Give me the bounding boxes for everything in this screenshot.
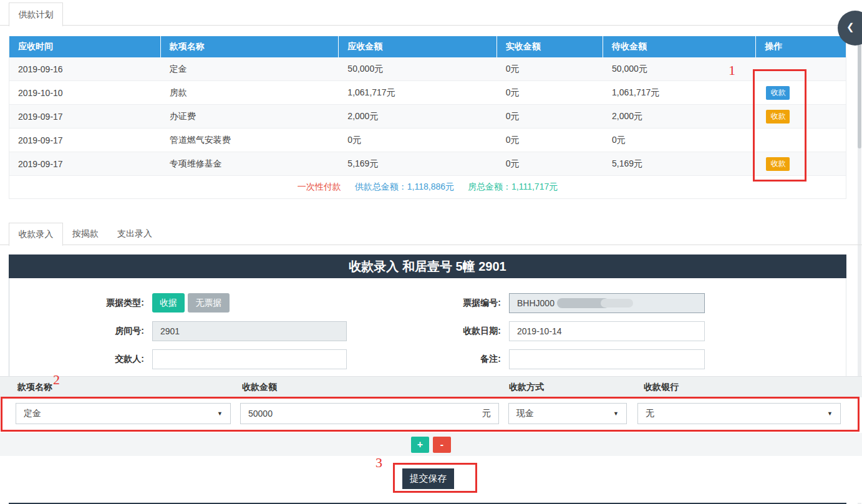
- items-table-row: 定金 ▼ 元 现金 ▼ 无 ▼: [0, 397, 862, 433]
- items-table-header: 款项名称 收款金额 收款方式 收款银行: [0, 376, 862, 397]
- cell-item-name: 办证费: [161, 111, 339, 122]
- cell-received-amount: 0元: [497, 111, 603, 122]
- cell-due-amount: 1,061,717元: [339, 87, 496, 99]
- receipt-type-label: 票据类型:: [47, 298, 144, 309]
- receive-method-value: 现金: [516, 408, 534, 419]
- annotation-step-3: 3: [375, 455, 382, 471]
- tab-payment-entry-label: 收款录入: [19, 229, 54, 240]
- cell-due-amount: 5,169元: [339, 158, 496, 170]
- remark-field[interactable]: [509, 349, 705, 369]
- cell-item-name: 房款: [161, 87, 339, 99]
- payment-plan-table: 应收时间 款项名称 应收金额 实收金额 待收金额 操作 2019-09-16 定…: [9, 36, 846, 199]
- chevron-down-icon: ▼: [613, 410, 619, 417]
- cell-due-amount: 2,000元: [339, 111, 496, 122]
- entry-form: 票据类型: 收据 无票据 票据编号: BHHJ000 房间号: 收款日期: 交款…: [9, 278, 846, 376]
- cell-due-date: 2019-09-17: [9, 159, 161, 169]
- no-receipt-type-button[interactable]: 无票据: [188, 293, 230, 313]
- col-receive-amount: 收款金额: [242, 382, 277, 393]
- add-item-button[interactable]: +: [411, 437, 429, 453]
- item-name-select[interactable]: 定金 ▼: [16, 403, 231, 424]
- cell-pending-amount: 0元: [603, 135, 756, 146]
- add-remove-row: + -: [0, 433, 862, 456]
- cell-action: 收款: [756, 157, 845, 171]
- receipt-no-field[interactable]: BHHJ000: [509, 293, 705, 313]
- censor-blur: [601, 299, 633, 308]
- col-actions: 操作: [756, 36, 845, 57]
- remark-label: 备注:: [384, 354, 501, 365]
- table-row: 2019-09-17 管道燃气安装费 0元 0元 0元: [9, 128, 846, 152]
- receipt-no-value: BHHJ000: [517, 298, 554, 308]
- cell-received-amount: 0元: [497, 158, 603, 170]
- col-receive-bank: 收款银行: [644, 382, 679, 393]
- receipt-no-label: 票据编号:: [384, 298, 501, 309]
- submit-save-button[interactable]: 提交保存: [402, 468, 454, 489]
- receive-payment-button[interactable]: 收款: [766, 110, 790, 124]
- payer-label: 交款人:: [47, 354, 144, 365]
- col-pending-amount: 待收金额: [603, 36, 756, 57]
- cell-pending-amount: 1,061,717元: [603, 87, 756, 99]
- receive-payment-button[interactable]: 收款: [766, 157, 790, 171]
- cell-pending-amount: 2,000元: [603, 111, 756, 122]
- col-item-name: 款项名称: [17, 382, 52, 393]
- col-due-amount: 应收金额: [339, 36, 496, 57]
- col-due-date: 应收时间: [9, 36, 161, 57]
- amount-field-wrap: 元: [240, 403, 499, 424]
- item-name-value: 定金: [24, 408, 41, 419]
- cell-due-date: 2019-09-17: [9, 112, 161, 122]
- table-row: 2019-09-17 办证费 2,000元 0元 2,000元 收款: [9, 105, 846, 128]
- payer-field[interactable]: [152, 349, 347, 369]
- col-receive-method: 收款方式: [509, 382, 544, 393]
- table-row: 2019-10-10 房款 1,061,717元 0元 1,061,717元 收…: [9, 81, 846, 105]
- tab-payment-entry[interactable]: 收款录入: [9, 223, 63, 246]
- scrollbar-thumb[interactable]: [858, 42, 861, 148]
- cell-due-date: 2019-09-17: [9, 135, 161, 145]
- tab-mortgage-label: 按揭款: [72, 228, 99, 240]
- entry-tabbar: 收款录入 按揭款 支出录入: [0, 221, 862, 245]
- tab-expense-entry[interactable]: 支出录入: [117, 223, 152, 245]
- cell-item-name: 专项维修基金: [161, 158, 339, 170]
- submit-row: 提交保存: [0, 456, 862, 503]
- cell-action: 收款: [756, 86, 845, 100]
- receive-amount-input[interactable]: [241, 409, 482, 419]
- annotation-step-1: 1: [729, 62, 735, 79]
- receipt-type-button[interactable]: 收据: [152, 293, 185, 313]
- col-received-amount: 实收金额: [497, 36, 603, 57]
- room-no-field[interactable]: [152, 321, 347, 341]
- chevron-down-icon: ▼: [217, 410, 223, 417]
- tab-expense-entry-label: 支出录入: [117, 228, 152, 240]
- receive-bank-select[interactable]: 无 ▼: [637, 403, 841, 424]
- tab-payment-plan[interactable]: 供款计划: [9, 2, 63, 26]
- plan-tabbar: 供款计划: [0, 0, 862, 26]
- house-total-text: 房总金额：1,111,717元: [468, 182, 558, 193]
- cell-due-amount: 0元: [339, 135, 496, 146]
- receive-method-select[interactable]: 现金 ▼: [508, 403, 627, 424]
- tab-payment-plan-label: 供款计划: [19, 9, 54, 21]
- receive-date-field[interactable]: [509, 321, 705, 341]
- cell-item-name: 定金: [161, 64, 339, 75]
- cell-due-date: 2019-09-16: [9, 64, 161, 74]
- table-summary-row: 一次性付款 供款总金额：1,118,886元 房总金额：1,111,717元: [9, 176, 846, 198]
- receive-bank-value: 无: [646, 408, 654, 419]
- cell-received-amount: 0元: [497, 135, 603, 146]
- table-header-row: 应收时间 款项名称 应收金额 实收金额 待收金额 操作: [9, 36, 846, 57]
- entry-panel-title: 收款录入 和居壹号 5幢 2901: [9, 254, 846, 278]
- room-no-label: 房间号:: [47, 326, 144, 337]
- chevron-down-icon: ▼: [827, 410, 833, 417]
- cell-received-amount: 0元: [497, 87, 603, 99]
- cell-due-date: 2019-10-10: [9, 88, 161, 98]
- col-item-name: 款项名称: [161, 36, 339, 57]
- table-row: 2019-09-17 专项维修基金 5,169元 0元 5,169元 收款: [9, 152, 846, 176]
- cell-due-amount: 50,000元: [339, 64, 496, 75]
- receive-date-label: 收款日期:: [384, 326, 501, 337]
- panel-title-text: 收款录入 和居壹号 5幢 2901: [349, 258, 506, 275]
- receive-payment-button[interactable]: 收款: [766, 86, 790, 100]
- cell-received-amount: 0元: [497, 64, 603, 75]
- remove-item-button[interactable]: -: [433, 437, 451, 453]
- tab-mortgage[interactable]: 按揭款: [72, 223, 99, 245]
- cell-pending-amount: 5,169元: [603, 158, 756, 170]
- cell-item-name: 管道燃气安装费: [161, 135, 339, 146]
- amount-unit-label: 元: [482, 408, 498, 419]
- table-row: 2019-09-16 定金 50,000元 0元 50,000元: [9, 57, 846, 81]
- plan-total-text: 供款总金额：1,118,886元: [355, 182, 454, 193]
- annotation-step-2: 2: [53, 372, 60, 388]
